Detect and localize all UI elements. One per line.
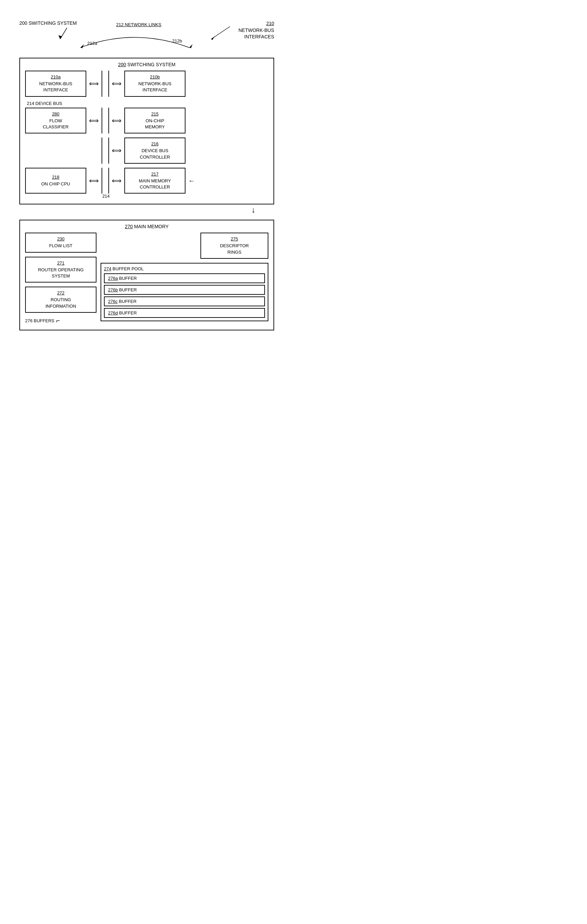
buffer-pool-title: 274 BUFFER POOL: [104, 266, 265, 271]
arrow-bus-217: ⟺: [109, 168, 124, 194]
box-215-memory: 215 ON-CHIPMEMORY: [124, 108, 185, 134]
label-210-top: 210 NETWORK-BUS INTERFACES: [238, 20, 274, 40]
buffer-276c: 276c BUFFER: [104, 297, 265, 306]
box-271-router-os: 271 ROUTER OPERATINGSYSTEM: [25, 257, 96, 283]
box-230-flow-list: 230 FLOW LIST: [25, 233, 96, 252]
svg-text:212b: 212b: [172, 38, 182, 43]
arrow-218-bus: ⟺: [86, 168, 102, 194]
vertical-bus3: [102, 137, 109, 164]
down-arrow-symbol: ↓: [251, 205, 255, 214]
svg-marker-7: [211, 36, 215, 40]
box-217-mmc: 217 MAIN MEMORYCONTROLLER ←: [124, 168, 185, 194]
box-218-cpu: 218 ON CHIP CPU: [25, 168, 86, 194]
buffer-276a: 276a BUFFER: [104, 273, 265, 283]
memory-left-col: 230 FLOW LIST 271 ROUTER OPERATINGSYSTEM…: [25, 233, 96, 325]
box-280-flow-classifier: 280 FLOWCLASSIFIER: [25, 108, 86, 134]
switching-system-box: 200 SWITCHING SYSTEM 210a NETWORK-BUSINT…: [19, 58, 274, 205]
diagram-container: 200 SWITCHING SYSTEM 212a 212b: [19, 20, 274, 330]
svg-marker-3: [189, 44, 193, 48]
spacer-row3: [25, 137, 86, 164]
memory-right-col: 275 DESCRIPTORRINGS 274 BUFFER POOL 276a: [101, 233, 268, 325]
box-210a: 210a NETWORK-BUSINTERFACE: [25, 71, 86, 97]
arrow-in-mmc: ←: [188, 176, 195, 185]
arrow-bus-216: ⟺: [109, 137, 124, 164]
buffers-label: 276 BUFFERS ⌐: [25, 317, 96, 325]
top-labels-area: 200 SWITCHING SYSTEM 212a 212b: [19, 20, 274, 58]
bus-center3: [102, 137, 109, 164]
vertical-bus: [102, 71, 109, 97]
box-216-dbc: 216 DEVICE BUSCONTROLLER: [124, 137, 185, 164]
row3: ⟺ ⟺ 216 DEVICE BUSCONTROLLER: [25, 137, 268, 164]
arrow-210a-bus: ⟺: [86, 71, 102, 97]
bus-center: [102, 71, 109, 97]
svg-text:212a: 212a: [87, 41, 98, 46]
switching-system-title: 200 SWITCHING SYSTEM: [25, 62, 268, 67]
label-212-network-links: 212 NETWORK LINKS: [116, 22, 161, 27]
svg-marker-2: [81, 44, 84, 48]
arrow-280-bus: ⟺: [86, 108, 102, 134]
device-bus-label: 214 DEVICE BUS: [27, 101, 268, 106]
bus-center4: [102, 168, 109, 194]
down-arrow-mmc: ↓: [19, 205, 274, 214]
row2: 280 FLOWCLASSIFIER ⟺ ⟺ 215 ON-CHIPMEMORY: [25, 108, 268, 134]
svg-marker-1: [58, 35, 62, 39]
box-274-buffer-pool: 274 BUFFER POOL 276a BUFFER 276b BUFFER: [101, 263, 268, 321]
brace-symbol: ⌐: [56, 317, 60, 325]
arrow-bus-215: ⟺: [109, 108, 124, 134]
row4: 218 ON CHIP CPU ⟺ ⟺ 217 MAIN MEMORYCONTR…: [25, 168, 268, 194]
box-272-routing-info: 272 ROUTINGINFORMATION: [25, 287, 96, 313]
vertical-bus4: [102, 168, 109, 194]
main-memory-box: 270 MAIN MEMORY 230 FLOW LIST 271 ROUTER…: [19, 220, 274, 330]
arrow-bus-210b: ⟺: [109, 71, 124, 97]
buffer-276b: 276b BUFFER: [104, 285, 265, 295]
bus-214-label: 214: [0, 193, 268, 199]
box-210b: 210b NETWORK-BUSINTERFACE: [124, 71, 185, 97]
main-memory-title: 270 MAIN MEMORY: [25, 224, 268, 229]
buffer-276d: 276d BUFFER: [104, 308, 265, 318]
vertical-bus2: [102, 108, 109, 134]
box-275-descriptor-rings: 275 DESCRIPTORRINGS: [200, 233, 268, 259]
bus-center2: [102, 108, 109, 134]
memory-content-grid: 230 FLOW LIST 271 ROUTER OPERATINGSYSTEM…: [25, 233, 268, 325]
row1: 210a NETWORK-BUSINTERFACE ⟺ ⟺ 210b NETWO…: [25, 71, 268, 97]
